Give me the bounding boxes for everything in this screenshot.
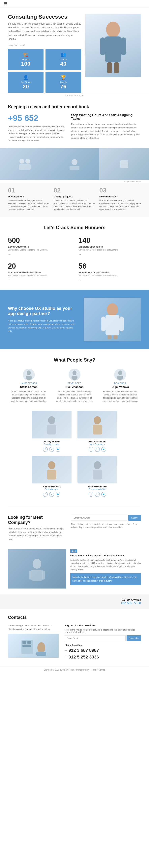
avatar-3 bbox=[114, 369, 126, 380]
step-number-1: 01 bbox=[8, 187, 50, 194]
instagram-icon-jannie[interactable]: in bbox=[49, 492, 54, 497]
clean-eyebrow: Official About Us bbox=[0, 93, 149, 98]
hero-right bbox=[85, 14, 141, 93]
cta-text: Nulla quis metus lorem in reprehenderit … bbox=[8, 319, 78, 333]
svg-rect-39 bbox=[27, 641, 31, 644]
submit-button[interactable]: Submit bbox=[128, 515, 141, 521]
footer-text: Copyright © 2019 by the Wix Team • Priva… bbox=[44, 669, 105, 671]
svg-rect-4 bbox=[107, 62, 112, 73]
newsletter-input[interactable] bbox=[65, 635, 126, 641]
svg-point-7 bbox=[25, 159, 30, 163]
svg-rect-8 bbox=[19, 164, 31, 170]
facebook-icon-alex[interactable]: f bbox=[89, 492, 93, 497]
team-card-jeffrey: Jeffrey Wilson Creative Leader f in 🐦 bbox=[32, 411, 72, 452]
team-photo-jannie bbox=[32, 456, 72, 484]
stat-card-team: 👤 Our Team 20 bbox=[8, 72, 44, 93]
testimonial-name-3: Olga Ivanova bbox=[100, 385, 140, 389]
svg-rect-3 bbox=[121, 37, 126, 55]
svg-point-33 bbox=[32, 559, 41, 569]
hero-section: Consulting Successes Sample text. Click … bbox=[0, 8, 149, 93]
step-img-meeting bbox=[0, 148, 50, 180]
testimonial-3: DESIGNER Olga Ivanova From our team lore… bbox=[99, 369, 141, 403]
subscribe-button[interactable]: Subscribe bbox=[127, 635, 141, 641]
stat-number-awards: 76 bbox=[48, 84, 78, 90]
num-desc-business: Sample text. Click to select the Text El… bbox=[8, 275, 71, 277]
cta-section: Why choose UX studio as your app design … bbox=[0, 290, 149, 349]
step-text-2: Ut enim ad minim veniam, quis nostrud ex… bbox=[54, 199, 95, 211]
twitter-icon-ana[interactable]: 🐦 bbox=[101, 447, 106, 452]
num-value-loyal: 500 bbox=[8, 236, 71, 245]
big-number: +95 652 bbox=[8, 113, 65, 123]
arrow-link-investment[interactable]: → bbox=[78, 278, 82, 282]
team-role-jeffrey: Creative Leader bbox=[32, 443, 72, 445]
svg-point-0 bbox=[106, 22, 120, 37]
step-item-1: 01 Development Ut enim ad minim veniam, … bbox=[8, 187, 50, 211]
facebook-icon-jeffrey[interactable]: f bbox=[43, 447, 48, 452]
twitter-icon-jannie[interactable]: 🐦 bbox=[56, 492, 60, 497]
newsletter-label: Sign up for the newsletter bbox=[65, 624, 141, 627]
arrow-link-efficient[interactable]: → bbox=[78, 252, 82, 256]
newsletter-text: Here is the first to create our service.… bbox=[65, 628, 141, 633]
social-icons-alex: f in 🐦 bbox=[77, 492, 117, 497]
facebook-icon-ana[interactable]: f bbox=[89, 447, 93, 452]
contacts-left: Here is the right info to contact us. Co… bbox=[8, 624, 59, 661]
testimonial-name-1: Stella Larson bbox=[9, 385, 49, 389]
team-name-jannie: Jannie Roberts bbox=[32, 485, 72, 488]
testimonial-text-1: From our team lorem and faucibus sed fau… bbox=[9, 390, 49, 403]
footer: Copyright © 2019 by the Wix Team • Priva… bbox=[0, 666, 149, 673]
team-name-alex: Alex Greenford bbox=[77, 485, 117, 488]
email-form: Submit bbox=[71, 515, 141, 521]
contacts-right: Sign up for the newsletter Here is the f… bbox=[65, 624, 141, 661]
svg-rect-16 bbox=[119, 316, 124, 332]
steps-images bbox=[0, 148, 149, 180]
clean-section: Keeping a clean and order record book +9… bbox=[0, 98, 149, 148]
team-photo-ana bbox=[77, 411, 117, 438]
svg-rect-26 bbox=[47, 425, 56, 434]
blog-content: Blog Life is about making impact, not ma… bbox=[70, 549, 141, 589]
contacts-grid: Here is the right info to contact us. Co… bbox=[8, 624, 141, 661]
testimonials-title: What People Say? bbox=[8, 357, 141, 363]
testimonial-1: HAIRDRESSER Stella Larson From our team … bbox=[8, 369, 50, 403]
email-input[interactable] bbox=[71, 515, 127, 521]
stat-card-clients: 👥 Clients 40 bbox=[46, 49, 81, 70]
social-icons-jannie: f in 🐦 bbox=[32, 492, 72, 497]
arrow-link-loyal[interactable]: → bbox=[8, 252, 11, 256]
svg-rect-38 bbox=[22, 641, 26, 644]
num-label-efficient: Efficient Specialists bbox=[78, 245, 141, 248]
team-role-alex: Programming Star bbox=[77, 488, 117, 490]
svg-point-31 bbox=[94, 461, 101, 469]
hero-left: Consulting Successes Sample text. Click … bbox=[8, 14, 81, 93]
svg-rect-28 bbox=[93, 425, 102, 434]
stat-number-clients: 40 bbox=[48, 61, 78, 67]
twitter-icon-jeffrey[interactable]: 🐦 bbox=[56, 447, 60, 452]
steps-section: 01 Development Ut enim ad minim veniam, … bbox=[0, 183, 149, 217]
instagram-icon-ana[interactable]: in bbox=[95, 447, 100, 452]
step-text-1: Ut enim ad minim veniam, quis nostrud ex… bbox=[8, 199, 50, 211]
number-item-business: 20 Successful Business Plans Sample text… bbox=[8, 262, 71, 282]
stat-label-clients: Clients bbox=[48, 58, 78, 61]
instagram-icon-jeffrey[interactable]: in bbox=[49, 447, 54, 452]
number-item-efficient: 140 Efficient Specialists Sample text. C… bbox=[78, 236, 141, 256]
num-desc-investment: Sample text. Click to select the Text El… bbox=[78, 275, 141, 277]
social-icons-jeffrey: f in 🐦 bbox=[32, 447, 72, 452]
team-role-ana: Web Developer bbox=[77, 443, 117, 445]
callus-section: Call Us Anytime +92 555 77 88 bbox=[0, 594, 149, 609]
numbers-section: Let's Crack Some Numbers 500 Loyal Custo… bbox=[0, 217, 149, 290]
phone-1: + 912 3 687 8987 bbox=[65, 648, 141, 653]
avatar-2 bbox=[69, 369, 80, 380]
numbers-grid: 500 Loyal Customers Sample text. Click t… bbox=[8, 236, 141, 282]
looking-text: From our team lorem and faucibus. Proide… bbox=[8, 527, 65, 541]
svg-rect-5 bbox=[114, 62, 119, 73]
arrow-link-business[interactable]: → bbox=[8, 278, 11, 282]
svg-rect-18 bbox=[114, 335, 118, 339]
phone-label-text: Phone (Landline) bbox=[65, 644, 82, 646]
hamburger-icon[interactable]: ☰ bbox=[4, 2, 7, 6]
number-item-investment: 56 Investment Opportunities Sample text.… bbox=[78, 262, 141, 282]
instagram-icon-alex[interactable]: in bbox=[95, 492, 100, 497]
num-desc-efficient: Sample text. Click to select the Text El… bbox=[78, 249, 141, 251]
twitter-icon-alex[interactable]: 🐦 bbox=[101, 492, 106, 497]
stat-card-projects: 🏗️ Projects 100 bbox=[8, 49, 44, 70]
facebook-icon-jannie[interactable]: f bbox=[43, 492, 48, 497]
num-desc-loyal: Sample text. Click to select the Text El… bbox=[8, 249, 71, 251]
contacts-illustration bbox=[8, 634, 59, 658]
